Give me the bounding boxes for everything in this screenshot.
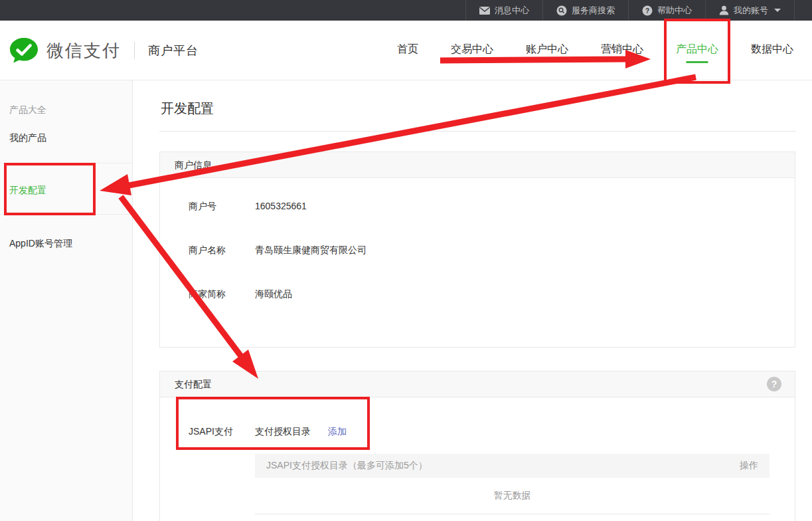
site-header: 微信支付 商户平台 首页 交易中心 账户中心 营销中心 产品中心 数据中心 (0, 21, 812, 80)
empty-state-row: 暂无数据 (255, 478, 770, 514)
auth-directory-label: 支付授权目录 (255, 426, 311, 438)
logo-wordmark: 微信支付 (46, 39, 121, 62)
user-icon (719, 5, 729, 15)
mail-icon (479, 7, 490, 15)
field-label-merchant-name: 商户名称 (189, 245, 226, 257)
field-label-merchant-short-name: 商家简称 (189, 288, 226, 300)
search-icon (556, 5, 567, 16)
logo-divider (134, 42, 135, 59)
top-utility-bar: 消息中心 服务商搜索 ? 帮助中心 我的账号 (0, 0, 812, 21)
chevron-down-icon (774, 9, 781, 12)
auth-directory-table: JSAPI支付授权目录（最多可添加5个） 操作 暂无数据 (255, 454, 770, 514)
payment-config-card-header: 支付配置 ? (160, 371, 795, 397)
help-icon: ? (642, 5, 653, 16)
topbar-item-label: 帮助中心 (657, 5, 692, 17)
nav-item-transactions[interactable]: 交易中心 (451, 43, 493, 56)
nav-item-product-center[interactable]: 产品中心 (676, 43, 718, 56)
sidebar: 产品大全 我的产品 开发配置 AppID账号管理 (0, 80, 133, 521)
logo[interactable]: 微信支付 商户平台 (9, 21, 199, 80)
merchant-info-card: 商户信息 商户号 1605325661 商户名称 青岛颐生康健商贸有限公司 商家… (159, 152, 795, 348)
svg-text:?: ? (645, 7, 649, 14)
empty-state-text: 暂无数据 (494, 490, 531, 502)
sidebar-section-label: 产品大全 (9, 104, 46, 116)
topbar-item-provider-search[interactable]: 服务商搜索 (542, 0, 628, 21)
payment-config-title: 支付配置 (175, 379, 212, 389)
auth-directory-column-header: JSAPI支付授权目录（最多可添加5个） (266, 460, 428, 472)
sidebar-item-my-products[interactable]: 我的产品 (9, 132, 46, 144)
nav-item-home[interactable]: 首页 (397, 43, 418, 56)
field-value-merchant-id: 1605325661 (255, 201, 307, 211)
sidebar-item-appid-management[interactable]: AppID账号管理 (9, 238, 72, 250)
page-title: 开发配置 (161, 100, 214, 118)
merchant-platform-page: 消息中心 服务商搜索 ? 帮助中心 我的账号 (0, 0, 812, 521)
nav-item-marketing-center[interactable]: 营销中心 (601, 43, 643, 56)
sidebar-divider (0, 163, 133, 163)
field-label-merchant-id: 商户号 (189, 201, 216, 213)
topbar-item-help[interactable]: ? 帮助中心 (628, 0, 705, 21)
topbar-item-label: 消息中心 (495, 5, 529, 17)
wechat-pay-logo-icon (9, 37, 39, 64)
sidebar-divider (0, 214, 133, 215)
question-icon[interactable]: ? (767, 377, 781, 391)
field-value-merchant-short-name: 海颐优品 (255, 288, 292, 300)
payment-config-card: 支付配置 ? JSAPI支付 支付授权目录 添加 JSAPI支付授权目录（最多可… (159, 371, 795, 521)
nav-item-account-center[interactable]: 账户中心 (526, 43, 568, 56)
auth-directory-table-header: JSAPI支付授权目录（最多可添加5个） 操作 (255, 454, 770, 478)
action-column-header: 操作 (740, 460, 758, 472)
add-directory-link[interactable]: 添加 (328, 426, 347, 438)
primary-nav: 首页 交易中心 账户中心 营销中心 产品中心 数据中心 (397, 43, 793, 56)
jsapi-pay-label: JSAPI支付 (189, 426, 233, 438)
topbar-item-label: 服务商搜索 (572, 5, 615, 17)
merchant-info-card-header: 商户信息 (160, 152, 795, 178)
platform-label: 商户平台 (148, 43, 199, 58)
title-divider (159, 131, 796, 132)
field-value-merchant-name: 青岛颐生康健商贸有限公司 (255, 245, 366, 257)
topbar-item-label: 我的账号 (734, 5, 768, 17)
sidebar-item-dev-config[interactable]: 开发配置 (9, 185, 46, 197)
topbar-item-account[interactable]: 我的账号 (705, 0, 795, 21)
nav-item-data-center[interactable]: 数据中心 (751, 43, 793, 56)
topbar-item-messages[interactable]: 消息中心 (465, 0, 542, 21)
